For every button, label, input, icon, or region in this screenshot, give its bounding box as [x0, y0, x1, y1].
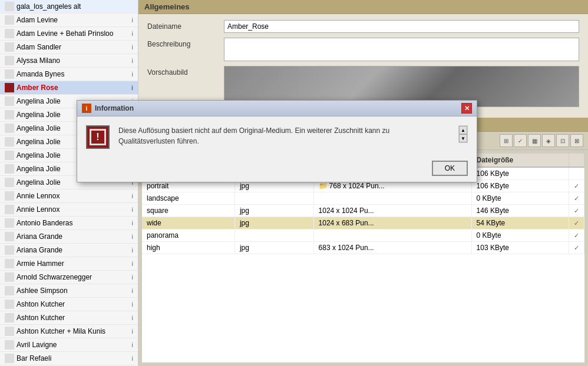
columns-button[interactable]: ▦ [528, 134, 541, 147]
sidebar-item-info-icon-22[interactable]: i [132, 301, 133, 308]
sidebar-item-icon-25 [5, 340, 14, 350]
sidebar-item-16[interactable]: Antonio Banderasi [0, 217, 138, 230]
table-cell-3-2: 1024 x 1024 Pu... [313, 205, 471, 217]
sidebar-item-info-icon-6[interactable]: i [131, 84, 133, 91]
sidebar-item-2[interactable]: Adam Levine + Behati Prinslooi [0, 27, 138, 41]
table-row[interactable]: widejpg1024 x 683 Pun...54 KByte✓ [142, 217, 584, 229]
dialog-body: ! Diese Auflösung basiert nicht auf dem … [77, 117, 477, 158]
remove-button[interactable]: ⊡ [556, 134, 569, 147]
table-cell-check-2: ✓ [569, 192, 584, 205]
sidebar-item-icon-5 [5, 69, 14, 79]
sidebar-item-23[interactable]: Ashton Kutcheri [0, 311, 138, 325]
sidebar-item-5[interactable]: Amanda Bynesi [0, 68, 138, 81]
sidebar-item-22[interactable]: Ashton Kutcheri [0, 298, 138, 311]
table-cell-2-3: 0 KByte [471, 192, 569, 205]
sidebar-item-label-20: Arnold Schwarzenegger [16, 273, 130, 281]
dateiname-input[interactable] [224, 20, 579, 33]
table-cell-3-0: square [142, 205, 234, 217]
scrollbar-down-button[interactable]: ▼ [459, 134, 467, 142]
sidebar-item-icon-11 [5, 151, 14, 160]
sidebar-item-info-icon-26[interactable]: i [132, 355, 133, 362]
sidebar-item-26[interactable]: Bar Refaelii [0, 352, 138, 365]
sidebar-item-info-icon-16[interactable]: i [132, 219, 133, 227]
sidebar-item-info-icon-20[interactable]: i [132, 274, 133, 281]
allgemeines-header: Allgemeines [138, 0, 588, 14]
sidebar-item-icon-7 [5, 97, 14, 106]
sidebar-item-info-icon-18[interactable]: i [132, 247, 133, 254]
sidebar-item-21[interactable]: Ashlee Simpsoni [0, 284, 138, 298]
sidebar-item-info-icon-25[interactable]: i [132, 341, 133, 348]
dialog-footer: OK [77, 158, 477, 182]
sidebar-item-3[interactable]: Adam Sandleri [0, 41, 138, 54]
table-row[interactable]: landscape0 KByte✓ [142, 192, 584, 205]
sidebar-item-icon-18 [5, 245, 14, 255]
sidebar-item-0[interactable]: gala_los_angeles alt [0, 0, 138, 14]
sidebar-item-label-25: Avril Lavigne [16, 341, 130, 349]
check-icon: ✓ [574, 182, 579, 189]
table-header-check [569, 154, 584, 167]
sidebar-item-info-icon-19[interactable]: i [132, 260, 133, 267]
dialog-app-icon: i [82, 104, 91, 113]
table-row[interactable]: panorama0 KByte✓ [142, 229, 584, 242]
sidebar-item-14[interactable]: Annie Lennoxi [0, 189, 138, 203]
dialog-titlebar: i Information ✕ [77, 101, 477, 117]
sidebar-item-label-0: gala_los_angeles alt [16, 2, 133, 11]
sidebar-item-icon-20 [5, 272, 14, 282]
sidebar-item-label-19: Armie Hammer [16, 259, 130, 268]
sidebar-item-17[interactable]: Ariana Grandei [0, 230, 138, 244]
sidebar-item-info-icon-21[interactable]: i [132, 287, 133, 294]
sidebar-item-info-icon-3[interactable]: i [132, 44, 133, 51]
sidebar-item-info-icon-24[interactable]: i [132, 328, 133, 335]
table-cell-5-0: panorama [142, 229, 234, 242]
sidebar-item-label-2: Adam Levine + Behati Prinsloo [16, 29, 130, 38]
ok-button[interactable]: OK [432, 161, 468, 176]
check-icon: ✓ [574, 207, 579, 214]
sidebar-item-6[interactable]: Amber Rosei [0, 81, 138, 95]
settings-button[interactable]: ⊠ [570, 134, 583, 147]
sidebar-item-20[interactable]: Arnold Schwarzeneggeri [0, 271, 138, 284]
grid-view-button[interactable]: ⊞ [500, 134, 513, 147]
sidebar-item-18[interactable]: Ariana Grandei [0, 244, 138, 257]
check-icon: ✓ [574, 195, 579, 202]
sidebar-item-label-4: Alyssa Milano [16, 56, 130, 65]
table-cell-5-3: 0 KByte [471, 229, 569, 242]
sidebar-item-19[interactable]: Armie Hammeri [0, 257, 138, 271]
sidebar: gala_los_angeles altAdam LevineiAdam Lev… [0, 0, 138, 366]
sidebar-item-icon-2 [5, 29, 14, 38]
sidebar-item-info-icon-2[interactable]: i [132, 30, 133, 37]
sidebar-item-info-icon-14[interactable]: i [132, 192, 133, 199]
sidebar-item-info-icon-5[interactable]: i [132, 71, 133, 78]
sidebar-item-25[interactable]: Avril Lavignei [0, 338, 138, 352]
table-row[interactable]: highjpg683 x 1024 Pun...103 KByte✓ [142, 242, 584, 254]
sidebar-item-24[interactable]: Ashton Kutcher + Mila Kunisi [0, 325, 138, 338]
folder-icon: 📁 [319, 182, 328, 190]
vorschaubild-label: Vorschaubild [147, 66, 224, 76]
table-cell-2-1 [234, 192, 313, 205]
sidebar-item-info-icon-23[interactable]: i [132, 314, 133, 321]
sidebar-item-info-icon-4[interactable]: i [132, 57, 133, 64]
sidebar-item-icon-9 [5, 124, 14, 133]
beschreibung-input[interactable] [224, 38, 579, 61]
dialog-message-line1: Diese Auflösung basiert nicht auf dem Or… [118, 127, 389, 135]
table-row[interactable]: squarejpg1024 x 1024 Pu...146 KByte✓ [142, 205, 584, 217]
sidebar-item-info-icon-1[interactable]: i [132, 16, 133, 24]
sidebar-item-info-icon-15[interactable]: i [132, 206, 133, 213]
table-cell-6-2: 683 x 1024 Pun... [313, 242, 471, 254]
beschreibung-row: Beschreibung [147, 38, 579, 61]
sidebar-item-icon-22 [5, 300, 14, 309]
dialog-message-text: Diese Auflösung basiert nicht auf dem Or… [118, 125, 450, 147]
dialog-close-button[interactable]: ✕ [461, 103, 472, 114]
sidebar-item-label-6: Amber Rose [16, 84, 129, 92]
sidebar-item-label-26: Bar Refaeli [16, 354, 130, 362]
sidebar-item-icon-8 [5, 110, 14, 119]
scrollbar-up-button[interactable]: ▲ [459, 126, 467, 134]
sidebar-item-1[interactable]: Adam Levinei [0, 14, 138, 27]
export-button[interactable]: ◈ [542, 134, 555, 147]
sidebar-item-15[interactable]: Annie Lennoxi [0, 203, 138, 217]
sidebar-item-label-5: Amanda Bynes [16, 70, 130, 78]
sidebar-item-info-icon-17[interactable]: i [132, 233, 133, 240]
sidebar-item-4[interactable]: Alyssa Milanoi [0, 54, 138, 68]
check-button[interactable]: ✓ [514, 134, 527, 147]
sidebar-item-label-24: Ashton Kutcher + Mila Kunis [16, 327, 130, 335]
sidebar-item-icon-17 [5, 232, 14, 241]
